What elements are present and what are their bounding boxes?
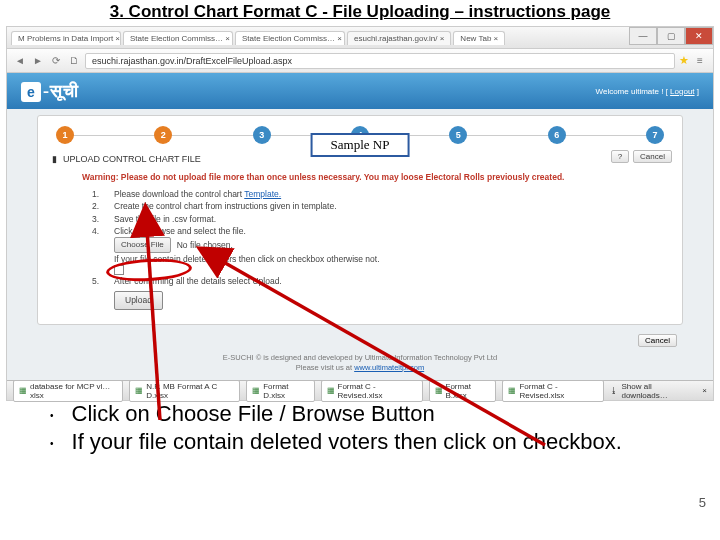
step-1[interactable]: 1 xyxy=(56,126,74,144)
cancel-button-top[interactable]: Cancel xyxy=(633,150,672,163)
download-filename: Format C - Revised.xlsx xyxy=(338,382,417,400)
page-content: e -सूची Welcome ultimate ! [ Logout ] Sa… xyxy=(7,73,713,380)
browser-tab[interactable]: New Tab × xyxy=(453,31,505,45)
spreadsheet-icon: ▦ xyxy=(19,386,27,395)
browser-tab[interactable]: M Problems in Data Import × xyxy=(11,31,121,45)
inst-num: 2. xyxy=(92,200,104,212)
download-filename: Format B.xlsx xyxy=(446,382,491,400)
slide-title: 3. Control Chart Format C - File Uploadi… xyxy=(0,0,720,26)
deleted-voters-checkbox[interactable] xyxy=(114,265,124,275)
instruction-row: Choose File No file chosen. xyxy=(92,237,668,253)
spreadsheet-icon: ▦ xyxy=(327,386,335,395)
instruction-row xyxy=(92,265,668,275)
instruction-row: 2.Create the control chart from instruct… xyxy=(92,200,668,212)
inst-num: 3. xyxy=(92,213,104,225)
close-shelf-icon[interactable]: × xyxy=(696,386,707,395)
spreadsheet-icon: ▦ xyxy=(435,386,443,395)
spreadsheet-icon: ▦ xyxy=(508,386,516,395)
browser-toolbar: ◄ ► ⟳ 🗋 esuchi.rajasthan.gov.in/DraftExc… xyxy=(7,49,713,73)
slide-bullets: • Click on Choose File / Browse Button •… xyxy=(50,400,680,455)
down-arrow-icon: ⭳ xyxy=(610,386,618,395)
choose-file-button[interactable]: Choose File xyxy=(114,237,171,253)
browser-tab[interactable]: State Election Commiss… × xyxy=(235,31,345,45)
card-actions: ? Cancel xyxy=(611,150,672,163)
window-close-button[interactable]: ✕ xyxy=(685,27,713,45)
welcome-prefix: Welcome ultimate ! [ xyxy=(596,87,671,96)
inst-text: Create the control chart from instructio… xyxy=(114,200,337,212)
sample-np-callout: Sample NP xyxy=(311,133,410,157)
download-filename: database for MCP vl…xlsx xyxy=(30,382,117,400)
inst-text: After confirming all the details select … xyxy=(114,275,282,287)
forward-icon[interactable]: ► xyxy=(31,54,45,68)
show-all-downloads[interactable]: ⭳ Show all downloads… × xyxy=(610,382,707,400)
back-icon[interactable]: ◄ xyxy=(13,54,27,68)
footer-line-2: Please visit us at www.ultimateitpl.com xyxy=(7,363,713,373)
bookmark-star-icon[interactable]: ★ xyxy=(679,54,689,67)
download-item[interactable]: ▦N.P. MB Format A C D.xlsx xyxy=(129,380,240,402)
download-shelf: ▦database for MCP vl…xlsx ▦N.P. MB Forma… xyxy=(7,380,713,400)
download-item[interactable]: ▦Format C - Revised.xlsx xyxy=(502,380,604,402)
instruction-row: 5.After confirming all the details selec… xyxy=(92,275,668,287)
inst-text: If your file contain deleted voters then… xyxy=(114,253,380,265)
download-filename: Format C - Revised.xlsx xyxy=(519,382,598,400)
template-link[interactable]: Template. xyxy=(244,189,281,199)
browser-tab-strip: M Problems in Data Import × State Electi… xyxy=(7,27,713,49)
bullet-icon: • xyxy=(50,400,54,428)
menu-icon[interactable]: ≡ xyxy=(693,54,707,68)
window-controls: — ▢ ✕ xyxy=(629,27,713,45)
download-filename: Format D.xlsx xyxy=(263,382,308,400)
slide-page-number: 5 xyxy=(699,495,706,510)
footer-line-1: E-SUCHI © is designed and developed by U… xyxy=(7,353,713,363)
bullet-row: • If your file contain deleted voters th… xyxy=(50,428,680,456)
inst-text: Please download the control chart Templa… xyxy=(114,188,281,200)
inst-num: 1. xyxy=(92,188,104,200)
welcome-suffix: ] xyxy=(695,87,699,96)
step-2[interactable]: 2 xyxy=(154,126,172,144)
step-5[interactable]: 5 xyxy=(449,126,467,144)
download-item[interactable]: ▦database for MCP vl…xlsx xyxy=(13,380,123,402)
instruction-list: 1.Please download the control chart Temp… xyxy=(52,188,668,310)
warning-message: Warning: Please do not upload file more … xyxy=(52,164,668,188)
footer-prefix: Please visit us at xyxy=(296,363,354,372)
bullet-icon: • xyxy=(50,428,54,456)
inst-text: Save the file in .csv format. xyxy=(114,213,216,225)
no-file-text: No file chosen. xyxy=(177,239,233,251)
address-bar[interactable]: esuchi.rajasthan.gov.in/DraftExcelFileUp… xyxy=(85,53,675,69)
browser-window: M Problems in Data Import × State Electi… xyxy=(6,26,714,401)
globe-icon: 🗋 xyxy=(67,54,81,68)
inst-num: 4. xyxy=(92,225,104,237)
instruction-row: If your file contain deleted voters then… xyxy=(92,253,668,265)
bullet-text: Click on Choose File / Browse Button xyxy=(72,400,435,428)
inst-text: Click on Browse and select the file. xyxy=(114,225,246,237)
show-all-label: Show all downloads… xyxy=(621,382,693,400)
step-6[interactable]: 6 xyxy=(548,126,566,144)
site-logo: e -सूची xyxy=(21,81,79,102)
site-header: e -सूची Welcome ultimate ! [ Logout ] xyxy=(7,73,713,109)
step-7[interactable]: 7 xyxy=(646,126,664,144)
download-filename: N.P. MB Format A C D.xlsx xyxy=(146,382,234,400)
bullet-text: If your file contain deleted voters then… xyxy=(72,428,622,456)
download-item[interactable]: ▦Format B.xlsx xyxy=(429,380,497,402)
window-maximize-button[interactable]: ▢ xyxy=(657,27,685,45)
download-item[interactable]: ▦Format C - Revised.xlsx xyxy=(321,380,423,402)
site-footer: E-SUCHI © is designed and developed by U… xyxy=(7,347,713,375)
reload-icon[interactable]: ⟳ xyxy=(49,54,63,68)
welcome-text: Welcome ultimate ! [ Logout ] xyxy=(596,87,699,96)
spreadsheet-icon: ▦ xyxy=(252,386,260,395)
lower-actions: Cancel xyxy=(7,325,713,347)
window-minimize-button[interactable]: — xyxy=(629,27,657,45)
section-label-text: UPLOAD CONTROL CHART FILE xyxy=(63,154,201,164)
logout-link[interactable]: Logout xyxy=(670,87,694,96)
spreadsheet-icon: ▦ xyxy=(135,386,143,395)
inst-text-part: Please download the control chart xyxy=(114,189,244,199)
help-button[interactable]: ? xyxy=(611,150,629,163)
step-3[interactable]: 3 xyxy=(253,126,271,144)
cancel-button-bottom[interactable]: Cancel xyxy=(638,334,677,347)
logo-text: -सूची xyxy=(43,81,79,102)
download-item[interactable]: ▦Format D.xlsx xyxy=(246,380,314,402)
browser-tab[interactable]: esuchi.rajasthan.gov.in/ × xyxy=(347,31,451,45)
browser-tab[interactable]: State Election Commiss… × xyxy=(123,31,233,45)
upload-button[interactable]: Upload xyxy=(114,291,163,309)
inst-num: 5. xyxy=(92,275,104,287)
footer-link[interactable]: www.ultimateitpl.com xyxy=(354,363,424,372)
